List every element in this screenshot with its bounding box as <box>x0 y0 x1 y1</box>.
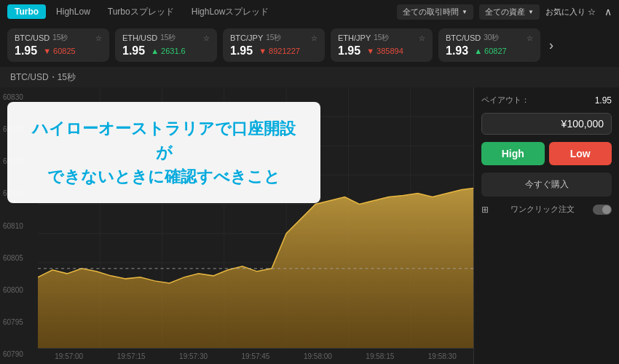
asset-card-3-header: ETH/JPY 15秒 ☆ <box>338 33 425 43</box>
asset-card-1-price: 1.95 <box>122 44 145 58</box>
asset-card-2-change: ▼ 8921227 <box>259 47 300 55</box>
asset-card-4-body: 1.93 ▲ 60827 <box>446 44 533 58</box>
x-label-3: 19:57:45 <box>242 352 270 360</box>
one-click-row: ⊞ ワンクリック注文 <box>481 204 612 215</box>
asset-card-0[interactable]: BTC/USD 15秒 ☆ 1.95 ▼ 60825 <box>7 28 109 62</box>
x-axis: 19:57:00 19:57:15 19:57:30 19:57:45 19:5… <box>38 348 473 364</box>
asset-card-3[interactable]: ETH/JPY 15秒 ☆ 1.95 ▼ 385894 <box>331 28 433 62</box>
time-filter-arrow-icon: ▼ <box>462 9 468 15</box>
asset-card-2-pair: BTC/JPY <box>230 33 263 42</box>
asset-card-4-change: ▲ 60827 <box>474 47 507 55</box>
asset-card-2[interactable]: BTC/JPY 15秒 ☆ 1.95 ▼ 8921227 <box>223 28 325 62</box>
y-label-0: 60830 <box>3 93 35 101</box>
y-label-4: 60810 <box>3 222 35 230</box>
asset-card-0-header: BTC/USD 15秒 ☆ <box>15 33 102 43</box>
asset-card-0-pair: BTC/USD <box>15 33 50 42</box>
high-button[interactable]: High <box>481 142 545 165</box>
main-area: 60830 60825 60820 60815 60810 60805 6080… <box>0 87 619 364</box>
tab-highlow[interactable]: HighLow <box>49 4 98 19</box>
asset-card-1-time: 15秒 <box>160 33 176 43</box>
asset-card-1-star-icon[interactable]: ☆ <box>203 34 210 42</box>
payout-row: ペイアウト： 1.95 <box>481 95 612 106</box>
breadcrumb-text: BTC/USD・15秒 <box>10 71 76 84</box>
one-click-icon: ⊞ <box>481 205 489 215</box>
x-label-2: 19:57:30 <box>179 352 208 360</box>
y-label-6: 60800 <box>3 286 35 294</box>
x-label-4: 19:58:00 <box>304 352 332 360</box>
asset-card-1-header: ETH/USD 15秒 ☆ <box>122 33 210 43</box>
breadcrumb: BTC/USD・15秒 <box>0 67 619 87</box>
asset-card-3-body: 1.95 ▼ 385894 <box>338 44 425 58</box>
banner-text: ハイローオーストラリアで口座開設が できないときに確認すべきこと <box>25 116 303 189</box>
top-filters: 全ての取引時間 ▼ 全ての資産 ▼ お気に入り ☆ ∧ <box>397 4 612 20</box>
asset-card-0-body: 1.95 ▼ 60825 <box>15 44 102 58</box>
time-filter-label: 全ての取引時間 <box>403 7 459 17</box>
time-filter-button[interactable]: 全ての取引時間 ▼ <box>397 4 473 20</box>
asset-card-2-star-icon[interactable]: ☆ <box>311 34 318 42</box>
tab-turbo[interactable]: Turbo <box>7 4 46 19</box>
low-button[interactable]: Low <box>549 142 612 165</box>
asset-card-0-change: ▼ 60825 <box>43 47 76 55</box>
asset-card-0-time: 15秒 <box>52 33 68 43</box>
asset-card-4-price: 1.93 <box>446 44 468 58</box>
asset-card-4[interactable]: BTC/USD 30秒 ☆ 1.93 ▲ 60827 <box>438 28 540 62</box>
asset-filter-label: 全ての資産 <box>485 7 525 17</box>
payout-value: 1.95 <box>595 95 612 106</box>
asset-card-2-body: 1.95 ▼ 8921227 <box>230 44 318 58</box>
x-label-1: 19:57:15 <box>117 352 146 360</box>
asset-card-3-change: ▼ 385894 <box>366 47 403 55</box>
asset-card-4-star-icon[interactable]: ☆ <box>527 34 533 42</box>
asset-card-0-price: 1.95 <box>15 44 37 58</box>
asset-card-0-star-icon[interactable]: ☆ <box>95 34 102 42</box>
asset-card-4-header: BTC/USD 30秒 ☆ <box>446 33 533 43</box>
hl-buttons: High Low <box>481 142 612 165</box>
asset-card-3-star-icon[interactable]: ☆ <box>419 34 425 42</box>
tab-turbo-spread[interactable]: Turboスプレッド <box>100 4 181 20</box>
asset-card-1-change: ▲ 2631.6 <box>151 47 186 55</box>
asset-card-3-time: 15秒 <box>374 33 389 43</box>
banner-line2: できないときに確認すべきこと <box>47 167 280 186</box>
asset-card-2-time: 15秒 <box>266 33 281 43</box>
x-label-6: 19:58:30 <box>428 352 457 360</box>
chart-area: 60830 60825 60820 60815 60810 60805 6080… <box>0 87 473 364</box>
more-assets-button[interactable]: › <box>546 38 556 53</box>
asset-card-3-pair: ETH/JPY <box>338 33 371 42</box>
toggle-dot <box>602 205 611 214</box>
asset-card-1[interactable]: ETH/USD 15秒 ☆ 1.95 ▲ 2631.6 <box>115 28 217 62</box>
y-label-5: 60805 <box>3 254 35 262</box>
overlay-banner: ハイローオーストラリアで口座開設が できないときに確認すべきこと <box>7 102 320 203</box>
asset-card-2-header: BTC/JPY 15秒 ☆ <box>230 33 318 43</box>
asset-card-2-price: 1.95 <box>230 44 253 58</box>
y-label-8: 60790 <box>3 350 35 358</box>
favorites-button[interactable]: お気に入り ☆ <box>545 7 596 17</box>
collapse-button[interactable]: ∧ <box>604 6 612 17</box>
amount-input[interactable] <box>481 113 612 135</box>
asset-card-1-body: 1.95 ▲ 2631.6 <box>122 44 210 58</box>
x-label-0: 19:57:00 <box>55 352 83 360</box>
top-tabs-bar: Turbo HighLow Turboスプレッド HighLowスプレッド 全て… <box>0 0 619 23</box>
y-label-7: 60795 <box>3 318 35 326</box>
asset-filter-arrow-icon: ▼ <box>528 9 534 15</box>
asset-card-1-pair: ETH/USD <box>122 33 157 42</box>
right-panel: ペイアウト： 1.95 High Low 今すぐ購入 ⊞ ワンクリック注文 <box>473 87 619 364</box>
payout-label: ペイアウト： <box>481 95 529 106</box>
tab-highlow-spread[interactable]: HighLowスプレッド <box>184 4 277 20</box>
asset-card-4-time: 30秒 <box>484 33 499 43</box>
asset-card-3-price: 1.95 <box>338 44 360 58</box>
one-click-label: ワンクリック注文 <box>510 204 575 215</box>
asset-card-4-pair: BTC/USD <box>446 33 481 42</box>
asset-cards-row: BTC/USD 15秒 ☆ 1.95 ▼ 60825 ETH/USD 15秒 ☆… <box>0 23 619 67</box>
buy-now-button[interactable]: 今すぐ購入 <box>481 173 612 197</box>
banner-line1: ハイローオーストラリアで口座開設が <box>32 119 296 162</box>
one-click-toggle[interactable] <box>593 205 612 215</box>
asset-filter-button[interactable]: 全ての資産 ▼ <box>479 4 540 20</box>
x-label-5: 19:58:15 <box>366 352 394 360</box>
